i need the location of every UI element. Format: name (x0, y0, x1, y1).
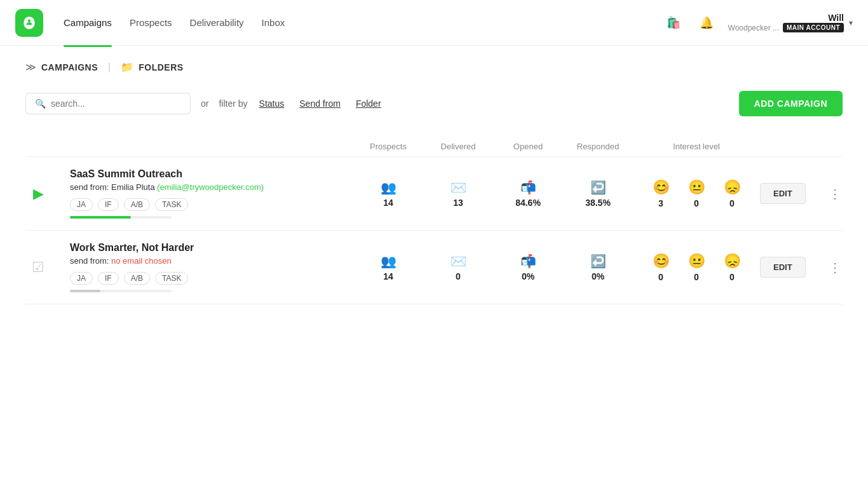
sad-count-2: 0 (729, 272, 735, 282)
campaigns-breadcrumb-label: CAMPAIGNS (41, 62, 98, 72)
stat-opened-2: 📬 0% (493, 254, 563, 281)
happy-emoji-2: 😊 (653, 253, 670, 269)
campaign-play-button[interactable]: ▶ (25, 181, 51, 207)
prospects-value: 14 (353, 198, 423, 208)
tag-ab: A/B (124, 198, 150, 211)
edit-button-2[interactable]: EDIT (760, 257, 806, 278)
folder-filter[interactable]: Folder (356, 98, 381, 109)
send-from-filter[interactable]: Send from (299, 98, 341, 109)
neutral-emoji-2: 😐 (688, 253, 705, 269)
campaign-pause-button[interactable]: ☑ (25, 255, 51, 280)
more-options-button-2[interactable]: ⋮ (824, 257, 846, 278)
stat-responded-2: ↩️ 0% (563, 254, 633, 281)
interest-cell: 😊 3 😐 0 😞 0 (633, 179, 760, 208)
no-email-text: no email chosen (111, 256, 172, 266)
navbar-left: Campaigns Prospects Deliverability Inbox (15, 9, 285, 37)
neutral-count: 0 (694, 198, 699, 208)
add-campaign-button[interactable]: ADD CAMPAIGN (739, 91, 843, 116)
stat-delivered: ✉️ 13 (423, 180, 493, 208)
delivered-value: 13 (423, 198, 493, 208)
col-responded: Responded (563, 142, 633, 151)
stat-opened: 📬 84.6% (493, 180, 563, 208)
stat-prospects: 👥 14 (353, 180, 423, 208)
nav-deliverability[interactable]: Deliverability (190, 15, 244, 30)
campaign-name[interactable]: SaaS Summit Outreach (70, 168, 343, 180)
filter-by-label: filter by (219, 98, 247, 109)
filter-or-text: or (201, 98, 208, 109)
campaign-info-2: Work Smarter, Not Harder send from: no e… (70, 242, 353, 292)
search-input[interactable] (51, 98, 181, 109)
neutral-emoji: 😐 (688, 179, 705, 196)
shopping-icon-btn[interactable]: 🛍️ (662, 11, 685, 34)
campaign-sender-2: send from: no email chosen (70, 256, 343, 266)
sender-email: (emilia@trywoodpecker.com) (157, 182, 264, 192)
send-from-label-2: send from: (70, 256, 109, 266)
campaign-name-2[interactable]: Work Smarter, Not Harder (70, 242, 343, 254)
campaign-info: SaaS Summit Outreach send from: Emilia P… (70, 168, 353, 219)
sad-count: 0 (729, 198, 735, 208)
neutral-count-2: 0 (694, 272, 699, 282)
play-btn-cell-2: ☑ (25, 255, 70, 280)
more-cell-2: ⋮ (824, 257, 843, 278)
edit-cell: EDIT (760, 183, 824, 204)
tags: JA IF A/B TASK (70, 198, 343, 211)
happy-count: 3 (658, 198, 663, 208)
progress-bar (70, 216, 172, 219)
interest-sad: 😞 0 (714, 179, 750, 208)
nav-campaigns[interactable]: Campaigns (64, 15, 112, 30)
delivered-icon-2: ✉️ (423, 254, 493, 269)
status-filter[interactable]: Status (259, 98, 285, 109)
toolbar: 🔍 or filter by Status Send from Folder A… (25, 91, 843, 116)
navbar: Campaigns Prospects Deliverability Inbox… (0, 0, 868, 46)
interest-sad-2: 😞 0 (714, 253, 750, 282)
edit-cell-2: EDIT (760, 257, 824, 278)
opened-value: 84.6% (493, 198, 563, 208)
user-account-row: Woodpecker ... MAIN ACCOUNT (728, 23, 844, 32)
breadcrumb-campaigns[interactable]: ≫ CAMPAIGNS (25, 61, 98, 73)
navbar-right: 🛍️ 🔔 Will Woodpecker ... MAIN ACCOUNT ▾ (662, 11, 853, 34)
delivered-value-2: 0 (423, 271, 493, 281)
happy-count-2: 0 (658, 272, 663, 282)
responded-value: 38.5% (563, 198, 633, 208)
breadcrumb: ≫ CAMPAIGNS | 📁 FOLDERS (25, 61, 843, 73)
user-account: Woodpecker ... (728, 24, 779, 32)
pause-icon: ☑ (32, 259, 44, 276)
interest-neutral-2: 😐 0 (679, 253, 714, 282)
tag-if-2: IF (98, 272, 119, 285)
tag-task: TASK (155, 198, 188, 211)
tags-2: JA IF A/B TASK (70, 272, 343, 285)
user-section[interactable]: Will Woodpecker ... MAIN ACCOUNT ▾ (728, 13, 853, 32)
tag-ab-2: A/B (124, 272, 150, 285)
user-info: Will Woodpecker ... MAIN ACCOUNT (728, 13, 844, 32)
play-icon: ▶ (33, 186, 44, 202)
play-btn-cell: ▶ (25, 181, 70, 207)
edit-button[interactable]: EDIT (760, 183, 806, 204)
more-options-button[interactable]: ⋮ (824, 184, 846, 204)
prospects-icon-2: 👥 (353, 254, 423, 269)
col-prospects: Prospects (353, 142, 423, 151)
logo[interactable] (15, 9, 43, 37)
campaigns-breadcrumb-icon: ≫ (25, 61, 36, 73)
breadcrumb-folders[interactable]: 📁 FOLDERS (121, 61, 183, 73)
responded-icon: ↩️ (563, 180, 633, 195)
tag-ja-2: JA (70, 272, 93, 285)
nav-prospects[interactable]: Prospects (130, 15, 172, 30)
campaign-sender: send from: Emilia Pluta (emilia@trywoodp… (70, 182, 343, 192)
responded-value-2: 0% (563, 271, 633, 281)
user-name: Will (828, 13, 844, 23)
prospects-icon: 👥 (353, 180, 423, 195)
sad-emoji: 😞 (724, 179, 741, 196)
search-box[interactable]: 🔍 (25, 93, 191, 114)
send-from-label: send from: (70, 182, 109, 192)
prospects-value-2: 14 (353, 271, 423, 281)
nav-inbox[interactable]: Inbox (262, 15, 285, 30)
col-opened: Opened (493, 142, 563, 151)
folders-breadcrumb-icon: 📁 (121, 61, 133, 73)
opened-icon-2: 📬 (493, 254, 563, 269)
tag-if: IF (98, 198, 119, 211)
bell-icon-btn[interactable]: 🔔 (695, 11, 718, 34)
sender-name: Emilia Pluta (111, 182, 155, 192)
happy-emoji: 😊 (653, 179, 670, 196)
delivered-icon: ✉️ (423, 180, 493, 195)
sad-emoji-2: 😞 (724, 253, 741, 269)
